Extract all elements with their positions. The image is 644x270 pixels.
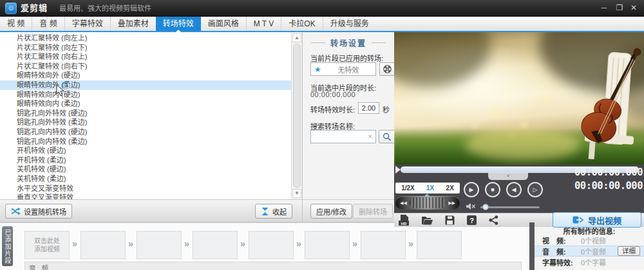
jog-wheel[interactable]: ◀◀ ▶▶ [395, 196, 460, 210]
list-item[interactable]: 垂直交叉渐变特效 [0, 193, 291, 199]
search-input[interactable]: × [310, 130, 376, 143]
tab-upgrade-services[interactable]: 升级与服务 [323, 17, 376, 31]
clip-slot[interactable] [80, 231, 126, 259]
tab-transition-effects[interactable]: 转场特效 [156, 17, 201, 31]
step-back-button[interactable]: ◀ [506, 182, 522, 197]
clip-slot[interactable] [305, 231, 350, 259]
list-item[interactable]: 片状汇聚特效 (向左上) [0, 33, 291, 43]
info-rows: 视 频:0个视频音 频:0个音频详细字幕特效:0个字幕 [535, 235, 644, 267]
restore-button[interactable]: ❐ [613, 0, 626, 17]
play-button[interactable]: ▶ [464, 182, 479, 197]
playhead-icon[interactable] [395, 166, 401, 174]
clip-chevron-icon: » [182, 239, 191, 249]
minimize-button[interactable]: ─ [598, 0, 611, 17]
apply-modify-button[interactable]: 应用/修改 [310, 204, 352, 219]
scroll-down-icon[interactable]: ▼ [292, 189, 301, 198]
transition-settings-panel: 转场设置 当前片段已应用的转场: ★ 无特效 当前选中片段的时长: 00:00:… [303, 32, 394, 199]
clip-duration-value: 00:00:00.000 [310, 91, 355, 98]
effect-duration-label: 转场特效时长: [310, 104, 355, 114]
list-scrollbar[interactable]: ▲ ▼ [291, 32, 301, 199]
list-item[interactable]: 眼睛特效向内 (硬边) [0, 90, 291, 100]
timecode-display: 00:00:00.000 00:00:00.000 [547, 166, 643, 193]
stop-button[interactable]: ■ [485, 182, 500, 197]
list-item[interactable]: 钥匙孔向外特效 (硬边) [0, 109, 291, 118]
collapse-label: 收起 [272, 206, 287, 217]
transition-effect-list: 片状汇聚特效 (向左上)片状汇聚特效 (向左下)片状汇聚特效 (向右上)片状汇聚… [0, 32, 291, 199]
player-controls-panel: ˅ 1/2X1X2X ◀◀ ▶▶ 00:00:00.000 00:00:00.0… [394, 165, 644, 213]
speed-1x[interactable]: 1X [426, 184, 434, 192]
settings-header: 转场设置 [303, 37, 394, 48]
added-clips-tab[interactable]: 已添加片段 [2, 226, 13, 266]
info-row-value: 0个字幕 [581, 257, 606, 267]
set-random-transition-button[interactable]: 设置随机转场 [5, 204, 72, 219]
mute-icon[interactable] [466, 203, 476, 210]
tab-picture-style[interactable]: 画面风格 [201, 17, 246, 31]
info-row-value: 0个音频 [581, 246, 606, 256]
info-row-label: 视 频: [542, 235, 581, 246]
search-button[interactable] [379, 130, 395, 143]
volume-knob[interactable] [482, 204, 489, 210]
bar-divider [302, 200, 303, 223]
list-item[interactable]: 关机特效 (柔边) [0, 174, 291, 184]
list-item[interactable]: 钥匙孔向内特效 (硬边) [0, 127, 291, 137]
list-item[interactable]: 钥匙孔向外特效 (柔边) [0, 118, 291, 127]
list-item[interactable]: 眼睛特效向内 (柔边) [0, 99, 291, 109]
tab-video[interactable]: 视 频 [0, 17, 32, 31]
list-item[interactable]: 开机特效 (硬边) [0, 146, 291, 156]
list-item[interactable]: 水平交叉渐变特效 [0, 184, 291, 194]
delete-transition-button[interactable]: 删除转场 [353, 204, 393, 219]
help-icon[interactable]: ? [466, 215, 477, 226]
header-line [372, 42, 386, 43]
list-item[interactable]: 片状汇聚特效 (向左下) [0, 43, 291, 53]
clip-slot[interactable] [137, 231, 182, 259]
list-item-selected[interactable]: 眼睛特效向外 (柔边) [0, 80, 291, 90]
clip-slot[interactable] [361, 231, 406, 259]
tab-audio[interactable]: 音 频 [32, 17, 64, 31]
panel-divider-dark [529, 222, 535, 270]
step-forward-button[interactable]: ▷ [527, 182, 543, 197]
speed-2x[interactable]: 2X [446, 184, 454, 192]
export-hd-icon[interactable]: HD [398, 215, 410, 226]
effect-duration-input[interactable]: 2.00 [358, 102, 379, 114]
scroll-up-icon[interactable]: ▲ [292, 33, 301, 42]
clip-slot[interactable] [249, 231, 294, 259]
open-folder-icon[interactable] [421, 215, 433, 226]
jog-forward-icon[interactable]: ▶▶ [448, 196, 455, 210]
magnifier-icon [383, 132, 392, 141]
save-icon[interactable] [444, 215, 455, 226]
share-icon[interactable] [488, 215, 499, 226]
panel-collapse-tab[interactable]: ˅ [488, 173, 528, 180]
clear-search-icon[interactable]: × [368, 132, 372, 140]
clip-slot[interactable] [193, 231, 238, 259]
tab-overlay-materials[interactable]: 叠加素材 [110, 17, 156, 31]
app-tagline: 最易用、强大的视频剪辑软件 [59, 0, 151, 17]
add-video-placeholder[interactable]: 双击此处添加视频 [24, 231, 70, 259]
film-reel-icon [383, 64, 392, 74]
clip-slot[interactable] [417, 231, 462, 259]
film-reel-button[interactable] [379, 62, 395, 76]
jog-back-icon[interactable]: ◀◀ [400, 196, 407, 210]
list-item[interactable]: 眼睛特效向外 (硬边) [0, 71, 291, 80]
list-item[interactable]: 开机特效 (柔边) [0, 156, 291, 165]
list-item[interactable]: 片状汇聚特效 (向右上) [0, 52, 291, 62]
applied-transition-value: 无特效 [321, 64, 375, 75]
audio-track[interactable]: 音 频 [24, 262, 522, 270]
tab-subtitle-effects[interactable]: 字幕特效 [64, 17, 110, 31]
tab-mtv[interactable]: M T V [246, 17, 281, 31]
detail-button[interactable]: 详细 [618, 246, 640, 256]
export-video-button[interactable]: 导出视频 [553, 212, 641, 228]
bokeh-dot [491, 108, 501, 118]
list-item[interactable]: 关机特效 (硬边) [0, 165, 291, 174]
scrollbar-thumb[interactable] [293, 44, 301, 188]
list-item[interactable]: 钥匙孔向内特效 (柔边) [0, 137, 291, 147]
close-button[interactable]: ✕ [627, 0, 640, 17]
tab-karaoke[interactable]: 卡拉OK [281, 17, 322, 31]
collapse-button[interactable]: 收起 [255, 204, 292, 219]
volume-slider[interactable] [480, 206, 540, 208]
speed-1/2x[interactable]: 1/2X [401, 184, 415, 192]
list-item[interactable]: 片状汇聚特效 (向右下) [0, 62, 291, 71]
menu-tab-bar: 视 频音 频字幕特效叠加素材转场特效画面风格M T V卡拉OK升级与服务 [0, 17, 644, 32]
info-row-label: 字幕特效: [542, 257, 581, 267]
applied-transition-field[interactable]: ★ 无特效 [310, 62, 376, 76]
applied-transition-label: 当前片段已应用的转场: [310, 53, 383, 63]
